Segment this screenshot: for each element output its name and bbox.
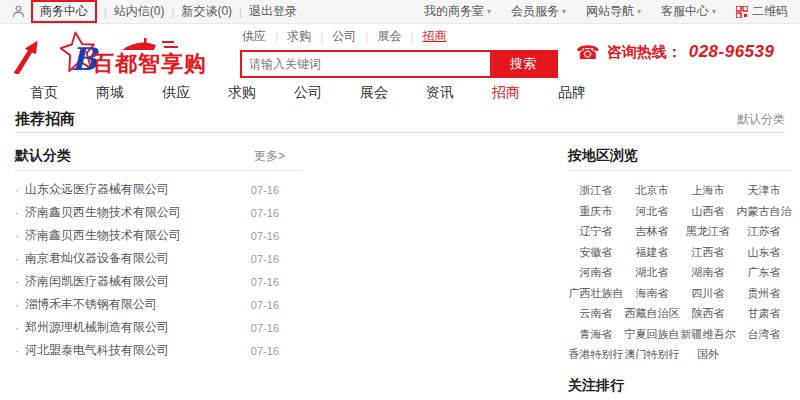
list-item[interactable]: · 济南鑫贝西生物技术有限公司 07-16 — [15, 224, 303, 247]
region-link[interactable]: 山西省 — [692, 201, 725, 222]
hotline-number: 028-96539 — [689, 42, 775, 62]
region-link[interactable]: 香港特别行 — [569, 344, 624, 365]
region-link[interactable]: 台湾省 — [748, 324, 781, 345]
company-panel: 默认分类 更多> · 山东众远医疗器械有限公司 07-16 · 济南鑫贝西生物技… — [15, 142, 303, 362]
topbar-left: 商务中心 | 站内信(0) | 新交谈(0) | 退出登录 — [12, 0, 297, 23]
logout-link[interactable]: 退出登录 — [249, 3, 297, 20]
page-title: 推荐招商 — [15, 110, 75, 129]
company-list: · 山东众远医疗器械有限公司 07-16 · 济南鑫贝西生物技术有限公司 07-… — [15, 178, 303, 362]
bullet-icon: · — [15, 183, 19, 197]
region-link[interactable]: 青海省 — [580, 324, 613, 345]
customer-service-menu[interactable]: 客服中心 ▾ — [661, 3, 716, 20]
region-link[interactable]: 贵州省 — [748, 283, 781, 304]
new-chat-link[interactable]: 新交谈(0) — [181, 3, 232, 20]
region-link[interactable]: 四川省 — [692, 283, 725, 304]
quick-link-buy[interactable]: 求购 — [285, 28, 313, 45]
region-panel: 按地区浏览 浙江省 北京市 上海市 天津市 重庆市 河北省 山西省 内蒙古自治 … — [568, 142, 792, 400]
company-date: 07-16 — [251, 345, 279, 357]
quick-link-investment[interactable]: 招商 — [421, 28, 449, 45]
more-link[interactable]: 更多> — [254, 148, 303, 165]
bullet-icon: · — [15, 344, 19, 358]
nav-item-company[interactable]: 公司 — [294, 84, 322, 102]
region-link[interactable]: 重庆市 — [580, 201, 613, 222]
region-link[interactable]: 山东省 — [748, 242, 781, 263]
nav-item-brand[interactable]: 品牌 — [558, 84, 586, 102]
logo-text: 百都智享购 — [92, 52, 207, 76]
nav-item-mall[interactable]: 商城 — [96, 84, 124, 102]
business-center-link[interactable]: 商务中心 — [31, 0, 97, 23]
region-link[interactable]: 云南省 — [580, 303, 613, 324]
panel-title: 按地区浏览 — [568, 147, 638, 165]
region-link[interactable]: 吉林省 — [636, 221, 669, 242]
region-link[interactable]: 宁夏回族自 — [625, 324, 680, 345]
company-name: 济南鑫贝西生物技术有限公司 — [25, 204, 181, 221]
nav-item-news[interactable]: 资讯 — [426, 84, 454, 102]
company-name: 郑州源理机械制造有限公司 — [25, 319, 169, 336]
site-nav-menu[interactable]: 网站导航 ▾ — [586, 3, 641, 20]
quick-link-company[interactable]: 公司 — [330, 28, 358, 45]
company-date: 07-16 — [251, 230, 279, 242]
region-link[interactable]: 安徽省 — [580, 242, 613, 263]
bullet-icon: · — [15, 275, 19, 289]
company-name: 南京君灿仪器设备有限公司 — [25, 250, 169, 267]
region-link[interactable]: 湖北省 — [636, 262, 669, 283]
list-item[interactable]: · 山东众远医疗器械有限公司 07-16 — [15, 178, 303, 201]
region-link[interactable]: 西藏自治区 — [625, 303, 680, 324]
chevron-down-icon: ▾ — [487, 7, 491, 16]
bullet-icon: · — [15, 298, 19, 312]
list-item[interactable]: · 河北盟泰电气科技有限公司 07-16 — [15, 339, 303, 362]
region-link[interactable]: 河北省 — [636, 201, 669, 222]
region-link[interactable]: 浙江省 — [580, 180, 613, 201]
region-link[interactable]: 上海市 — [692, 180, 725, 201]
quick-link-exhibition[interactable]: 展会 — [375, 28, 403, 45]
member-service-menu[interactable]: 会员服务 ▾ — [511, 3, 566, 20]
region-link[interactable]: 江西省 — [692, 242, 725, 263]
bullet-icon: · — [15, 206, 19, 220]
region-link[interactable]: 陕西省 — [692, 303, 725, 324]
nav-item-buy[interactable]: 求购 — [228, 84, 256, 102]
company-date: 07-16 — [251, 299, 279, 311]
list-item[interactable]: · 济南鑫贝西生物技术有限公司 07-16 — [15, 201, 303, 224]
nav-item-home[interactable]: 首页 — [30, 84, 58, 102]
logo[interactable]: B 百都智享购 — [56, 24, 207, 76]
list-item[interactable]: · 郑州源理机械制造有限公司 07-16 — [15, 316, 303, 339]
region-link[interactable]: 辽宁省 — [580, 221, 613, 242]
nav-item-exhibition[interactable]: 展会 — [360, 84, 388, 102]
region-link[interactable]: 广东省 — [748, 262, 781, 283]
follow-panel-header: 关注排行 — [568, 372, 792, 400]
separator: | — [320, 30, 323, 44]
region-link[interactable]: 北京市 — [636, 180, 669, 201]
my-office-menu[interactable]: 我的商务室 ▾ — [424, 3, 491, 20]
quick-link-supply[interactable]: 供应 — [240, 28, 268, 45]
region-link[interactable]: 内蒙古自治 — [737, 201, 792, 222]
region-link[interactable]: 江苏省 — [748, 221, 781, 242]
region-link[interactable]: 天津市 — [748, 180, 781, 201]
inbox-link[interactable]: 站内信(0) — [114, 3, 165, 20]
search-button[interactable]: 搜索 — [490, 52, 556, 76]
company-name: 山东众远医疗器械有限公司 — [25, 181, 169, 198]
list-item[interactable]: · 淄博禾丰不锈钢有限公司 07-16 — [15, 293, 303, 316]
nav-item-investment[interactable]: 招商 — [492, 84, 520, 102]
region-grid: 浙江省 北京市 上海市 天津市 重庆市 河北省 山西省 内蒙古自治 辽宁省 吉林… — [568, 180, 792, 365]
qr-code-link[interactable]: 二维码 — [736, 3, 788, 20]
region-link[interactable]: 澳门特别行 — [625, 344, 680, 365]
default-category-label[interactable]: 默认分类 — [737, 111, 785, 128]
region-link[interactable]: 海南省 — [636, 283, 669, 304]
region-link[interactable]: 国外 — [697, 344, 719, 365]
phone-icon: ☎ — [576, 43, 600, 62]
search-area: 供应 | 求购 | 公司 | 展会 | 招商 搜索 — [240, 28, 558, 78]
region-link[interactable]: 甘肃省 — [748, 303, 781, 324]
region-link[interactable]: 河南省 — [580, 262, 613, 283]
region-link[interactable]: 福建省 — [636, 242, 669, 263]
company-date: 07-16 — [251, 184, 279, 196]
region-link[interactable]: 湖南省 — [692, 262, 725, 283]
search-input[interactable] — [242, 52, 490, 76]
nav-item-supply[interactable]: 供应 — [162, 84, 190, 102]
list-item[interactable]: · 济南闰凯医疗器械有限公司 07-16 — [15, 270, 303, 293]
region-link[interactable]: 新疆维吾尔 — [681, 324, 736, 345]
topbar-right: 我的商务室 ▾ 会员服务 ▾ 网站导航 ▾ 客服中心 ▾ — [424, 3, 788, 20]
region-link[interactable]: 黑龙江省 — [686, 221, 730, 242]
region-link[interactable]: 广西壮族自 — [569, 283, 624, 304]
list-item[interactable]: · 南京君灿仪器设备有限公司 07-16 — [15, 247, 303, 270]
panel-title: 关注排行 — [568, 377, 624, 395]
